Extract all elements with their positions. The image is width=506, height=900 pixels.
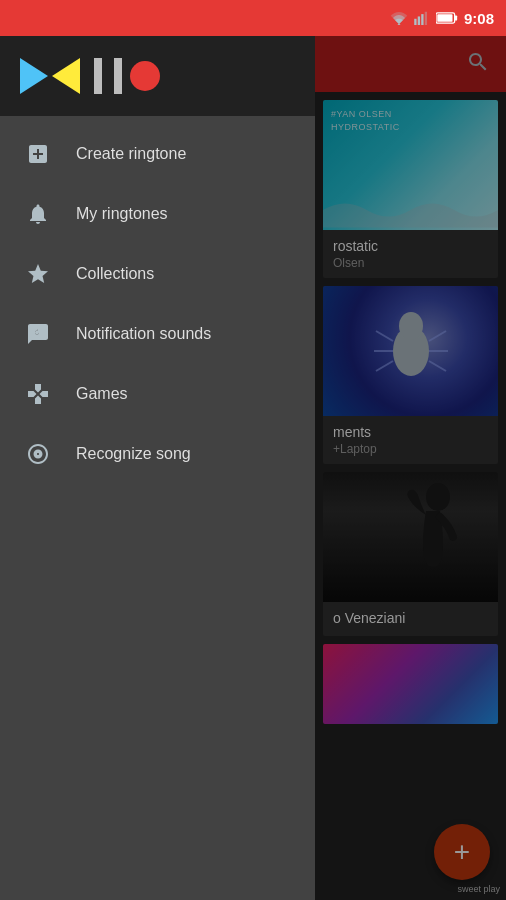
star-icon (24, 260, 52, 288)
svg-point-0 (397, 24, 400, 25)
menu-item-my-ringtones[interactable]: My ringtones (0, 184, 315, 244)
svg-rect-7 (437, 14, 452, 22)
wifi-icon (390, 11, 408, 25)
content-area: #YAN OLSENHYDROSTATIC rostatic Olsen (315, 36, 506, 900)
app-logo (20, 58, 160, 94)
svg-rect-3 (421, 14, 423, 25)
content-overlay[interactable] (315, 36, 506, 900)
menu-label-collections: Collections (76, 265, 154, 283)
menu-item-notification-sounds[interactable]: Notification sounds (0, 304, 315, 364)
bell-icon (24, 200, 52, 228)
plus-box-icon (24, 140, 52, 168)
chat-music-icon (24, 320, 52, 348)
logo-bar-left (94, 58, 102, 94)
battery-icon (436, 12, 458, 24)
svg-rect-2 (418, 16, 420, 25)
menu-label-create-ringtone: Create ringtone (76, 145, 186, 163)
svg-rect-1 (414, 19, 416, 25)
logo-bar-right (114, 58, 122, 94)
menu-label-games: Games (76, 385, 128, 403)
menu-item-games[interactable]: Games (0, 364, 315, 424)
status-icons: 9:08 (390, 10, 494, 27)
status-time: 9:08 (464, 10, 494, 27)
shazam-icon (24, 440, 52, 468)
svg-rect-4 (425, 12, 427, 25)
drawer-menu: Create ringtone My ringtones Colle (0, 116, 315, 900)
logo-triangle-left (20, 58, 48, 94)
status-bar: 9:08 (0, 0, 506, 36)
menu-label-notification-sounds: Notification sounds (76, 325, 211, 343)
svg-rect-6 (455, 15, 458, 20)
menu-label-recognize-song: Recognize song (76, 445, 191, 463)
logo-triangle-right (52, 58, 80, 94)
drawer-header (0, 36, 315, 116)
signal-icon (414, 11, 430, 25)
menu-label-my-ringtones: My ringtones (76, 205, 168, 223)
menu-item-recognize-song[interactable]: Recognize song (0, 424, 315, 484)
menu-item-create-ringtone[interactable]: Create ringtone (0, 124, 315, 184)
drawer: Create ringtone My ringtones Colle (0, 36, 315, 900)
logo-circle (130, 61, 160, 91)
menu-item-collections[interactable]: Collections (0, 244, 315, 304)
main-container: Create ringtone My ringtones Colle (0, 36, 506, 900)
gamepad-icon (24, 380, 52, 408)
